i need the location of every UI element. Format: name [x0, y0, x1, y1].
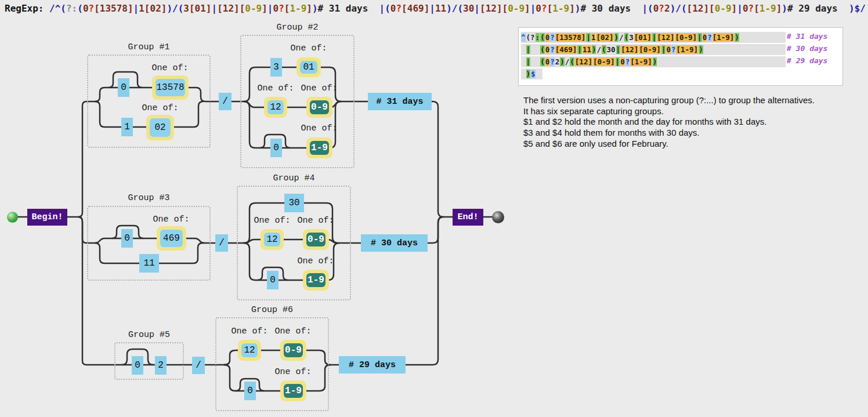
- result-31-days: # 31 days: [368, 93, 432, 110]
- regex-code-tokens[interactable]: )$: [521, 68, 542, 79]
- one-of-label: One of:: [140, 104, 180, 113]
- group-3-title: Group #3: [87, 194, 211, 203]
- one-of-label: One of:: [299, 124, 339, 133]
- literal-2: 2: [155, 356, 167, 375]
- charclass-0-9: 0-9: [303, 229, 329, 250]
- literal-0: 0: [270, 139, 282, 157]
- charclass-12: 12: [261, 229, 284, 250]
- regex-comment: # 31 days: [787, 32, 827, 41]
- charclass-12: 12: [264, 97, 287, 118]
- literal-slash: /: [192, 357, 205, 374]
- group-2-title: Group #2: [240, 23, 355, 32]
- literal-0: 0: [118, 78, 129, 97]
- charclass-12: 12: [238, 340, 261, 361]
- charclass-1-9: 1-9: [280, 380, 306, 401]
- one-of-label: One of:: [288, 44, 329, 53]
- one-of-label: One of:: [299, 84, 339, 93]
- start-dot: [7, 212, 18, 223]
- charclass-1-9-value: 1-9: [306, 273, 326, 287]
- explanation-line: The first version uses a non-capturing g…: [523, 95, 857, 106]
- one-of-label: One of:: [295, 216, 336, 225]
- regex-code-line[interactable]: ^(?:(0?[13578]|1[02])/(3[01]|[12][0-9]|0…: [519, 31, 842, 43]
- one-of-label: One of:: [151, 215, 191, 224]
- group-1-title: Group #1: [87, 43, 211, 52]
- charclass-0-9-value: 0-9: [284, 343, 303, 357]
- regex-visualizer-page: RegExp: /^(?:(0?[13578]|1[02])/(3[01]|[1…: [0, 0, 868, 417]
- charclass-1-9: 1-9: [306, 137, 332, 158]
- literal-0: 0: [244, 382, 256, 400]
- one-of-label: One of:: [255, 84, 296, 93]
- regex-code-line[interactable]: )$: [519, 68, 842, 80]
- charclass-469-value: 469: [160, 230, 183, 247]
- regex-code-tokens[interactable]: ^(?:(0?[13578]|1[02])/(3[01]|[12][0-9]|0…: [521, 32, 786, 43]
- charclass-469: 469: [157, 226, 186, 251]
- explanation-line: It has six separate capturing groups.: [523, 106, 857, 117]
- regex-code-tokens[interactable]: | (0?[469]|11)/(30|[12][0-9]|0?[1-9]): [521, 44, 786, 55]
- charclass-02: 02: [146, 115, 174, 140]
- one-of-label: One of:: [252, 216, 292, 225]
- charclass-02-value: 02: [150, 118, 171, 137]
- charclass-12-value: 12: [264, 233, 280, 246]
- one-of-label: One of:: [150, 64, 190, 72]
- literal-slash: /: [219, 93, 232, 110]
- literal-0: 0: [132, 356, 143, 375]
- group-5-frame: [114, 342, 184, 380]
- begin-node: Begin!: [27, 209, 67, 226]
- explanation-text: The first version uses a non-capturing g…: [523, 95, 857, 150]
- charclass-1-9: 1-9: [303, 270, 329, 291]
- literal-0: 0: [267, 271, 279, 289]
- one-of-label: One of:: [295, 257, 336, 266]
- regex-comment: # 29 days: [787, 56, 827, 65]
- regex-code-line[interactable]: | (0?2)/([12][0-9]|0?[1-9]) # 29 days: [519, 56, 842, 68]
- group-6-title: Group #6: [215, 306, 329, 315]
- literal-1: 1: [121, 118, 133, 136]
- literal-slash: /: [215, 234, 228, 252]
- charclass-0-9-value: 0-9: [310, 100, 329, 114]
- charclass-13578: 13578: [152, 75, 189, 100]
- charclass-01: 01: [296, 57, 321, 77]
- regex-comment: # 30 days: [787, 44, 827, 53]
- charclass-13578-value: 13578: [155, 79, 185, 96]
- regex-code-tokens[interactable]: | (0?2)/([12][0-9]|0?[1-9]): [521, 56, 786, 67]
- literal-30: 30: [284, 194, 304, 212]
- group-2-frame: [240, 35, 355, 168]
- charclass-12-value: 12: [241, 343, 258, 357]
- regex-editor-panel[interactable]: ^(?:(0?[13578]|1[02])/(3[01]|[12][0-9]|0…: [518, 27, 843, 86]
- group-4-title: Group #4: [237, 174, 351, 183]
- literal-11: 11: [139, 254, 159, 273]
- regex-code-line[interactable]: | (0?[469]|11)/(30|[12][0-9]|0?[1-9]) # …: [519, 43, 842, 56]
- charclass-0-9: 0-9: [306, 97, 332, 118]
- literal-3: 3: [270, 58, 282, 77]
- charclass-1-9-value: 1-9: [284, 384, 303, 398]
- one-of-label: One of:: [229, 327, 270, 336]
- one-of-label: One of:: [273, 327, 313, 336]
- result-29-days: # 29 days: [339, 356, 406, 374]
- charclass-01-value: 01: [300, 61, 317, 74]
- charclass-0-9-value: 0-9: [306, 233, 326, 246]
- group-5-title: Group #5: [114, 331, 184, 340]
- end-node: End!: [453, 209, 483, 226]
- end-dot: [492, 211, 504, 223]
- explanation-line: $1 and $2 hold the month and the day for…: [523, 117, 857, 128]
- literal-0: 0: [121, 229, 133, 248]
- explanation-line: $3 and $4 hold them for months with 30 d…: [523, 128, 857, 139]
- result-30-days: # 30 days: [361, 234, 428, 252]
- charclass-12-value: 12: [267, 100, 284, 114]
- charclass-1-9-value: 1-9: [310, 141, 329, 155]
- one-of-label: One of:: [273, 368, 313, 376]
- explanation-line: $5 and $6 are only used for February.: [523, 139, 857, 150]
- charclass-0-9: 0-9: [280, 340, 306, 361]
